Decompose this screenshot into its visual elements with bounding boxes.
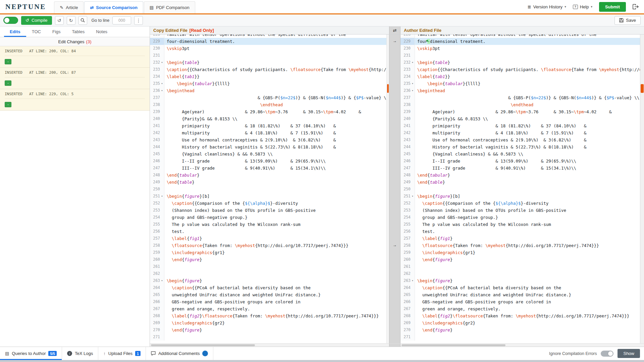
code-line[interactable]: 229 four-dimensional treatment. (150, 38, 386, 45)
code-line[interactable]: 268 \label{fig2}\floatsource{Taken from:… (150, 312, 386, 319)
logout-icon[interactable] (633, 4, 639, 9)
code-line[interactable]: 258 \floatsource{Taken from: \myehost{ht… (150, 242, 386, 249)
fold-marker-icon[interactable]: ▾ (160, 80, 164, 87)
edit-change-item[interactable]: INSERTEDAT LINE: 200, COL: 84- (0, 46, 150, 68)
additional-comments-button[interactable]: Additional Comments (146, 347, 214, 360)
code-line[interactable]: 230 \vskip3pt (150, 45, 386, 52)
fold-marker-icon[interactable]: ▾ (411, 87, 415, 94)
code-line[interactable]: 239 Age(year) & 29.86~\tpm~3.76 & 30.15~… (150, 108, 386, 115)
edit-change-item[interactable]: INSERTEDAT LINE: 229, COL: 5- (0, 89, 150, 111)
change-marker[interactable] (641, 84, 644, 93)
code-line[interactable]: 233 \caption{{Characteristics of study p… (150, 66, 386, 73)
code-line[interactable]: 249 \end{table} (400, 179, 640, 186)
more-options-button[interactable]: ⋮ (134, 16, 143, 25)
code-line[interactable]: 255 The p value was calculated by the Wi… (400, 221, 640, 228)
code-line[interactable]: 252 \caption{{Comparison of the {${\alph… (400, 200, 640, 207)
tex-logs-button[interactable]: i TeX Logs (62, 347, 98, 360)
code-line[interactable]: 237 & {GBS-P($n=22$)} & {GBS-N($n=44$)} … (150, 94, 386, 101)
code-line[interactable]: 229 four-dimensional treatment. (400, 38, 640, 45)
right-horizontal-scrollbar[interactable] (400, 344, 640, 347)
code-line[interactable]: 263▾\begin{figure} (150, 277, 386, 284)
code-line[interactable]: 265 unweighted UniFrac distance and weig… (150, 291, 386, 298)
code-line[interactable]: 233 \caption{{Characteristics of study p… (400, 66, 640, 73)
code-line[interactable]: 261 (150, 263, 386, 270)
code-line[interactable]: 271 (400, 334, 640, 341)
code-line[interactable]: 266 GBS-negative and GBS-positive groups… (400, 298, 640, 305)
code-line[interactable]: 270 \end{figure} (400, 326, 640, 334)
author-edited-editor[interactable]: 228 familiar with tensor operations with… (400, 35, 640, 343)
code-line[interactable]: 256 test. (150, 228, 386, 235)
queries-to-author-button[interactable]: ▤ Queries to Author 5/5 (0, 347, 62, 360)
code-line[interactable]: 270 \end{figure} (150, 326, 386, 334)
code-line[interactable]: 251▾\begin{figure}[b] (150, 193, 386, 200)
code-line[interactable]: 260 \end{figure} (150, 256, 386, 263)
merge-arrow-icon[interactable]: → (389, 39, 400, 43)
upload-files-button[interactable]: ↑ Upload Files 1 (98, 347, 146, 360)
code-line[interactable]: 258 \floatsource{Taken from: \myehost{ht… (400, 242, 640, 249)
code-line[interactable]: 235▾ \begin{tabular}{llll} (400, 80, 640, 87)
code-line[interactable]: 251▾\begin{figure}[b] (400, 193, 640, 200)
code-line[interactable]: 242 multiparity & 4 (18.18\%) & 7 (15.91… (400, 129, 640, 136)
fold-marker-icon[interactable]: ▾ (160, 277, 164, 284)
code-line[interactable]: 253 (Shannon index) based on the OTUs pr… (400, 207, 640, 214)
goto-line-input[interactable] (112, 16, 131, 24)
code-line[interactable]: 239 Age(year) & 29.86~\tpm~3.76 & 30.15~… (400, 108, 640, 115)
code-line[interactable]: 252 \caption{{Comparison of the {${\alph… (150, 200, 386, 207)
code-line[interactable]: 257 \label{fig1} (400, 235, 640, 242)
code-line[interactable]: 260 \end{figure} (400, 256, 640, 263)
code-line[interactable]: 236▾\beginthead (150, 87, 386, 94)
code-line[interactable]: 232▾\begin{table} (400, 59, 640, 66)
compile-button[interactable]: ↺ Compile (21, 16, 52, 25)
left-horizontal-scrollbar[interactable] (150, 344, 389, 347)
code-line[interactable]: 234 \label{tab1}} (150, 73, 386, 80)
code-line[interactable]: 259 \includegraphics{gr1} (400, 249, 640, 256)
code-line[interactable]: 238 \endthead (150, 101, 386, 108)
code-line[interactable]: 264 \caption{{PCoA of bacterial beta div… (400, 284, 640, 291)
help-menu[interactable]: ? Help ▾ (573, 4, 592, 9)
tab-article[interactable]: ✎ Article (54, 1, 84, 13)
code-line[interactable]: 244 History of bacterial vaginitis & 5(2… (150, 143, 386, 150)
code-line[interactable]: 236▾\beginthead (400, 87, 640, 94)
code-line[interactable]: 242 multiparity & 4 (18.18\%) & 7 (15.91… (150, 129, 386, 136)
code-line[interactable]: 267 green and orange, respectively. (150, 305, 386, 312)
code-line[interactable]: 230 \vskip3pt (400, 45, 640, 52)
code-line[interactable]: 262 (150, 270, 386, 277)
code-line[interactable]: 240 {Parity}& && 0.8153 \\ (150, 115, 386, 122)
search-button[interactable] (78, 16, 87, 25)
save-button[interactable]: Save (614, 16, 641, 25)
code-line[interactable]: 243 Use of hormonal contraceptives & 2(9… (150, 136, 386, 143)
show-button[interactable]: Show (618, 349, 640, 358)
sidebar-tab-edits[interactable]: Edits (4, 26, 26, 37)
version-history-menu[interactable]: ≣ Version History ▾ (528, 4, 566, 9)
sidebar-tab-toc[interactable]: TOC (26, 26, 47, 37)
edit-change-item[interactable]: INSERTEDAT LINE: 200, COL: 87- (0, 68, 150, 89)
code-line[interactable]: 245 {Vaginal cleanliness} & && 0.5873 \\ (400, 150, 640, 158)
editor-toggle[interactable] (3, 17, 18, 24)
code-line[interactable]: 243 Use of hormonal contraceptives & 2(9… (400, 136, 640, 143)
code-line[interactable]: 249 \end{table} (150, 179, 386, 186)
sidebar-tab-tables[interactable]: Tables (66, 26, 91, 37)
fold-marker-icon[interactable]: ▾ (411, 80, 415, 87)
tab-pdf-comparison[interactable]: ▤ PDF Comparison (144, 1, 195, 13)
code-line[interactable]: 238 \endthead (400, 101, 640, 108)
fold-marker-icon[interactable]: ▾ (160, 59, 164, 66)
swap-arrows-icon[interactable]: ⇄ (393, 28, 397, 33)
code-line[interactable]: 253 (Shannon index) based on the OTUs pr… (150, 207, 386, 214)
code-line[interactable]: 269 \includegraphics{gr2} (400, 319, 640, 326)
code-line[interactable]: 248 \end{tabular} (400, 172, 640, 179)
code-line[interactable]: 246 I--II grade & 13(59.09\%) & 29(65.9\… (150, 158, 386, 165)
fold-marker-icon[interactable]: ▾ (411, 193, 415, 200)
code-line[interactable]: 245 {Vaginal cleanliness} & && 0.5873 \\ (150, 150, 386, 158)
code-line[interactable]: 250 (400, 186, 640, 193)
code-line[interactable]: 246 I--II grade & 13(59.09\%) & 29(65.9\… (400, 158, 640, 165)
fold-marker-icon[interactable]: ▾ (160, 87, 164, 94)
code-line[interactable]: 232▾\begin{table} (150, 59, 386, 66)
code-line[interactable]: 264 \caption{{PCoA of bacterial beta div… (150, 284, 386, 291)
merge-arrow-icon[interactable]: → (389, 243, 400, 247)
code-line[interactable]: 241 primiparity & 18 (81.82\%) & 37 (84.… (150, 122, 386, 129)
tab-source-comparison[interactable]: ⇄ Source Comparison (84, 1, 143, 13)
code-line[interactable]: 255 The p value was calculated by the Wi… (150, 221, 386, 228)
code-line[interactable]: 237 & {GBS-P($n=22$)} & {GBS-N($n=44$)} … (400, 94, 640, 101)
submit-button[interactable]: Submit (599, 2, 626, 12)
code-line[interactable]: 256 test. (400, 228, 640, 235)
